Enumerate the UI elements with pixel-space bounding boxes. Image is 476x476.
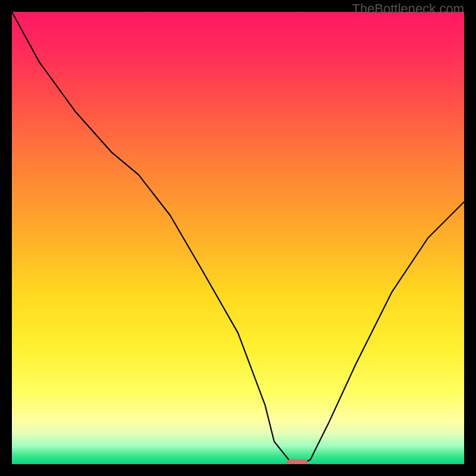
watermark-text: TheBottleneck.com — [352, 1, 464, 17]
curve-overlay — [12, 12, 464, 464]
bottleneck-curve — [12, 12, 464, 464]
plot-area — [12, 12, 464, 464]
optimal-marker — [286, 459, 308, 464]
